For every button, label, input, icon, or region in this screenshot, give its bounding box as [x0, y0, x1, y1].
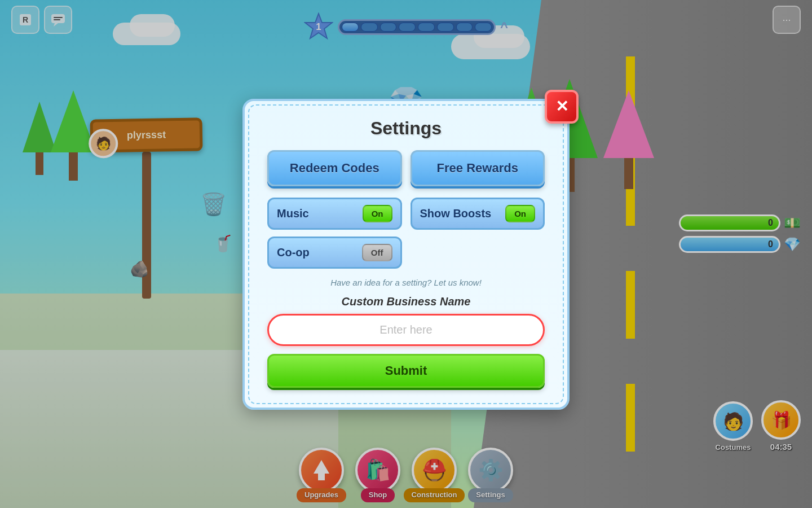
submit-button[interactable]: Submit [267, 354, 545, 388]
music-status: On [363, 205, 392, 222]
custom-name-input[interactable] [267, 314, 545, 346]
close-button[interactable]: ✕ [545, 90, 579, 124]
modal-overlay: ✕ Settings Redeem Codes Free Rewards Mus… [0, 0, 812, 508]
toggle-row-1: Music On Show Boosts On [267, 198, 545, 230]
settings-modal: ✕ Settings Redeem Codes Free Rewards Mus… [242, 99, 570, 410]
music-label: Music [277, 207, 356, 220]
settings-title: Settings [267, 118, 545, 139]
toggle-rows: Music On Show Boosts On Co-op Off [267, 198, 545, 269]
coop-label: Co-op [277, 246, 355, 259]
show-boosts-label: Show Boosts [420, 207, 499, 220]
show-boosts-toggle[interactable]: Show Boosts On [411, 198, 545, 230]
free-rewards-button[interactable]: Free Rewards [411, 150, 545, 186]
toggle-row-2: Co-op Off [267, 237, 545, 269]
coop-toggle[interactable]: Co-op Off [267, 237, 402, 269]
music-toggle[interactable]: Music On [267, 198, 402, 230]
show-boosts-status: On [505, 205, 535, 222]
action-buttons: Redeem Codes Free Rewards [267, 150, 545, 186]
redeem-codes-button[interactable]: Redeem Codes [267, 150, 402, 186]
suggestion-text: Have an idea for a setting? Let us know! [267, 278, 545, 287]
coop-status: Off [362, 244, 392, 261]
custom-name-label: Custom Business Name [267, 295, 545, 308]
close-icon: ✕ [555, 97, 568, 116]
